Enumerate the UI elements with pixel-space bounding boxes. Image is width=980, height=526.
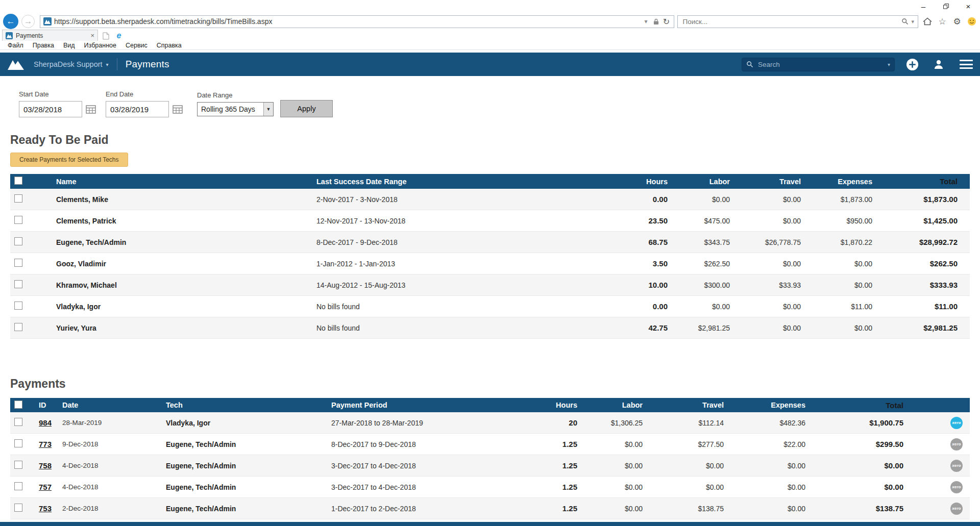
expenses-value: $0.00 xyxy=(802,324,873,332)
hours-value: 1.25 xyxy=(512,483,578,491)
browser-search-input[interactable] xyxy=(680,18,901,26)
tech-name: Eugene, Tech/Admin xyxy=(166,440,331,448)
date-range-select[interactable]: Rolling 365 Days ▼ xyxy=(197,102,274,116)
window-controls: – × xyxy=(916,1,976,11)
lock-icon[interactable] xyxy=(651,18,662,25)
header-divider xyxy=(117,58,117,70)
row-checkbox[interactable] xyxy=(14,504,22,512)
sherpadesk-logo-icon[interactable] xyxy=(7,58,24,70)
payments-table-header: ID Date Tech Payment Period Hours Labor … xyxy=(10,398,970,412)
account-caret-icon: ▾ xyxy=(106,62,109,67)
address-bar[interactable]: ▾ ↻ xyxy=(40,15,674,28)
browser-search-box[interactable]: ▾ xyxy=(677,15,918,28)
total-value: $1,900.75 xyxy=(806,418,903,427)
total-value: $2,981.25 xyxy=(873,323,970,332)
end-date-input[interactable] xyxy=(106,101,169,117)
travel-value: $277.50 xyxy=(644,440,725,448)
tech-name: Khramov, Michael xyxy=(56,281,316,289)
refresh-icon[interactable]: ↻ xyxy=(662,17,672,27)
xero-sync-badge[interactable]: xero xyxy=(950,503,963,515)
ready-select-all-checkbox[interactable] xyxy=(14,177,22,185)
header-actions: ▾ xyxy=(742,58,973,71)
menu-file[interactable]: Файл xyxy=(3,42,28,49)
feedback-smiley-icon[interactable] xyxy=(967,16,977,27)
tab-close-icon[interactable]: × xyxy=(90,32,94,39)
close-button[interactable]: × xyxy=(961,1,976,11)
create-payments-button[interactable]: Create Payments for Selected Techs xyxy=(10,153,128,167)
travel-value: $26,778.75 xyxy=(731,238,802,246)
row-checkbox[interactable] xyxy=(14,194,22,203)
col-expenses: Expenses xyxy=(802,178,873,186)
forward-arrow-icon: → xyxy=(24,16,33,27)
app-search-caret-icon[interactable]: ▾ xyxy=(888,62,890,67)
row-checkbox[interactable] xyxy=(14,216,22,224)
payment-id-link[interactable]: 773 xyxy=(39,440,52,448)
labor-value: $0.00 xyxy=(669,303,731,311)
start-date-input[interactable] xyxy=(19,101,82,117)
payment-id-link[interactable]: 984 xyxy=(39,418,52,427)
apply-button[interactable]: Apply xyxy=(280,100,333,117)
menu-edit[interactable]: Правка xyxy=(28,42,59,49)
settings-gear-icon[interactable]: ⚙ xyxy=(952,16,962,27)
ready-table-row: Gooz, Vladimir 1-Jan-2012 - 1-Jan-2013 3… xyxy=(10,253,970,274)
row-checkbox[interactable] xyxy=(14,418,22,426)
row-checkbox[interactable] xyxy=(14,461,22,469)
payments-table-body: 984 28-Mar-2019 Vladyka, Igor 27-Mar-201… xyxy=(10,412,970,519)
end-date-calendar-icon[interactable] xyxy=(173,105,184,114)
navigation-row: ← → ▾ ↻ ▾ ☆ ⚙ xyxy=(0,13,980,30)
home-icon[interactable] xyxy=(922,16,933,27)
row-checkbox[interactable] xyxy=(14,259,22,267)
xero-sync-badge[interactable]: xero xyxy=(950,481,963,493)
expenses-value: $0.00 xyxy=(725,505,806,513)
row-checkbox[interactable] xyxy=(14,302,22,310)
app-search-box[interactable]: ▾ xyxy=(742,58,895,71)
tech-name: Eugene, Tech/Admin xyxy=(166,462,331,470)
add-new-button[interactable] xyxy=(906,58,919,71)
new-tab-page-icon[interactable] xyxy=(100,31,111,41)
start-date-label: Start Date xyxy=(19,90,97,98)
account-selector[interactable]: SherpaDesk Support ▾ xyxy=(34,60,109,68)
favorites-star-icon[interactable]: ☆ xyxy=(937,16,947,27)
forward-button[interactable]: → xyxy=(21,15,35,28)
row-checkbox[interactable] xyxy=(14,439,22,447)
titlebar: – × xyxy=(0,0,980,13)
row-checkbox[interactable] xyxy=(14,323,22,331)
search-caret-icon[interactable]: ▾ xyxy=(910,18,916,25)
payments-select-all-checkbox[interactable] xyxy=(14,400,22,409)
menu-tools[interactable]: Сервис xyxy=(121,42,152,49)
menu-help[interactable]: Справка xyxy=(152,42,186,49)
xero-sync-badge[interactable]: xero xyxy=(950,438,963,450)
autocomplete-caret-icon[interactable]: ▾ xyxy=(641,18,651,25)
minimize-button[interactable]: – xyxy=(916,1,931,11)
payment-period: 27-Mar-2018 to 28-Mar-2019 xyxy=(331,419,512,427)
menu-view[interactable]: Вид xyxy=(59,42,80,49)
labor-value: $475.00 xyxy=(669,217,731,225)
search-icon[interactable] xyxy=(900,18,910,25)
total-value: $262.50 xyxy=(873,259,970,268)
select-arrow-icon: ▼ xyxy=(263,103,273,116)
hamburger-menu-icon[interactable] xyxy=(960,60,973,69)
last-success-range: 14-Aug-2012 - 15-Aug-2013 xyxy=(316,281,602,289)
ie-logo-icon[interactable]: e xyxy=(113,31,125,41)
total-value: $333.93 xyxy=(873,281,970,289)
tab-payments[interactable]: Payments × xyxy=(2,30,98,41)
col-total: Total xyxy=(873,177,970,186)
last-success-range: 1-Jan-2012 - 1-Jan-2013 xyxy=(316,260,602,268)
xero-sync-badge[interactable]: xero xyxy=(950,460,963,472)
start-date-calendar-icon[interactable] xyxy=(86,105,97,114)
menu-favorites[interactable]: Избранное xyxy=(80,42,121,49)
row-checkbox[interactable] xyxy=(14,482,22,490)
payment-id-link[interactable]: 753 xyxy=(39,504,52,513)
user-profile-icon[interactable] xyxy=(933,59,944,70)
xero-sync-badge[interactable]: xero xyxy=(950,417,963,429)
restore-button[interactable] xyxy=(938,1,953,11)
labor-value: $0.00 xyxy=(669,195,731,204)
row-checkbox[interactable] xyxy=(14,237,22,245)
hours-value: 0.00 xyxy=(602,195,669,204)
app-search-input[interactable] xyxy=(754,61,888,68)
row-checkbox[interactable] xyxy=(14,280,22,288)
payment-id-link[interactable]: 757 xyxy=(39,483,52,491)
payment-id-link[interactable]: 758 xyxy=(39,461,52,470)
url-input[interactable] xyxy=(54,17,641,26)
back-button[interactable]: ← xyxy=(3,14,18,29)
